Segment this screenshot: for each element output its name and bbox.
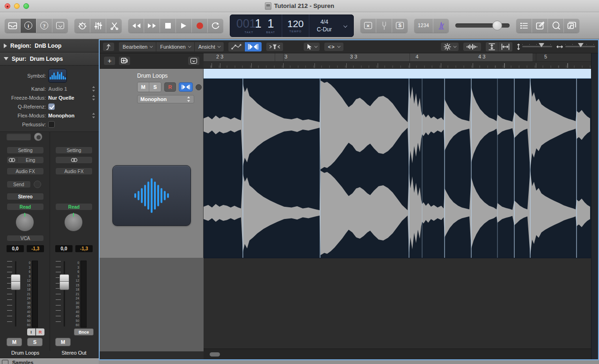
region-header-strip[interactable] [204,69,591,79]
vertical-zoom-slider[interactable] [522,46,552,47]
mute-button[interactable]: M [7,338,22,346]
pan-value[interactable]: -1,3 [75,245,93,252]
track-inspector-header[interactable]: Spur: Drum Loops [0,52,99,66]
volume-value[interactable]: 0,0 [7,245,24,252]
kanal-row[interactable]: Kanal: Audio 1 [0,84,99,93]
tuner-button[interactable] [376,19,392,33]
track-solo-button[interactable]: S [149,82,161,92]
track-header[interactable]: Drum Loops M S R Monophon [100,69,204,258]
slider-thumb[interactable] [539,43,544,47]
bar-ruler[interactable]: 2 333 344 35 [204,53,591,69]
waveform-display[interactable] [204,79,591,258]
catch-playhead-button[interactable] [266,42,284,51]
list-editors-button[interactable] [516,19,532,33]
input-button[interactable]: Eing [7,156,44,164]
region-inspector-header[interactable]: Region: DnB Loop [0,39,99,52]
send-knob[interactable] [34,181,41,188]
scrollbar-thumb[interactable] [210,352,220,357]
stepper-icon[interactable] [92,86,96,92]
automation-mode-button[interactable]: Read [7,203,44,211]
setting-button[interactable]: Setting [7,146,44,154]
apple-loops-button[interactable] [548,19,563,33]
horizontal-scrollbar[interactable] [204,349,591,359]
cycle-button[interactable] [208,19,223,33]
slider-thumb[interactable] [578,43,584,47]
inspector-button[interactable]: i [21,19,36,33]
flex-button[interactable] [245,42,262,51]
automation-button[interactable] [228,42,245,51]
master-volume-slider[interactable] [455,23,510,28]
setting-button[interactable]: Setting [55,146,93,154]
menu-funktionen[interactable]: Funktionen [156,42,194,51]
hierarchy-up-button[interactable] [102,42,115,51]
stepper-icon[interactable] [92,95,96,101]
volume-fader[interactable] [59,274,69,290]
menu-ansicht[interactable]: Ansicht [195,42,224,51]
add-track-button[interactable]: + [103,56,116,66]
vertical-zoom-button[interactable] [486,42,498,51]
library-button[interactable] [5,19,20,33]
stepper-icon[interactable] [92,113,96,118]
track-flex-button[interactable] [179,82,193,92]
lcd-display[interactable]: 0011 TAKT 1 BEAT 120 TEMPO 4/4 C-Dur [230,15,354,37]
rewind-button[interactable] [128,19,144,33]
track-record-button[interactable]: R [164,82,176,92]
horizontal-zoom-slider[interactable] [565,46,595,47]
flex-mode-popup[interactable]: Monophon [137,95,194,103]
pan-value[interactable]: -1,3 [27,245,44,252]
audio-fx-button[interactable]: Audio FX [55,167,93,175]
duplicate-track-button[interactable] [118,56,131,66]
mixer-button[interactable] [90,19,106,33]
media-browser-button[interactable] [564,19,579,33]
editors-button[interactable] [106,19,122,33]
audio-fx-button[interactable]: Audio FX [7,167,44,175]
toolbar-button[interactable] [52,19,68,33]
input-monitor-button[interactable]: I [27,328,36,335]
freeze-mode-row[interactable]: Freeze-Modus: Nur Quelle [0,93,99,102]
mute-button[interactable]: M [55,338,71,346]
record-enable-dot[interactable] [196,84,202,90]
automation-mode-button[interactable]: Read [55,203,93,211]
pan-knob[interactable] [64,213,83,232]
zoom-window-button[interactable] [23,3,29,9]
quick-help-button[interactable]: ? [37,19,52,33]
record-enable-button[interactable]: R [36,328,44,335]
track-mute-button[interactable]: M [138,82,149,92]
smart-controls-button[interactable] [74,19,90,33]
record-button[interactable] [192,19,207,33]
percussive-checkbox[interactable] [48,121,55,128]
volume-fader[interactable] [11,274,21,290]
replace-button[interactable]: × [360,19,376,33]
bounce-button[interactable]: Bnce [74,328,94,335]
count-in-button[interactable]: 1234 [414,19,433,33]
gear-menu-button[interactable] [440,42,459,51]
track-header-config-button[interactable] [188,56,200,66]
waveform-zoom-button[interactable] [463,42,482,51]
forward-button[interactable] [144,19,160,33]
pointer-tool-menu[interactable] [303,42,320,51]
close-window-button[interactable] [5,3,10,9]
send-button[interactable]: Send [7,181,31,188]
pan-knob[interactable] [15,213,34,232]
stereo-format-button[interactable] [55,156,93,164]
lcd-display-menu[interactable] [339,15,351,37]
track-icon-button[interactable] [48,69,67,83]
stop-button[interactable] [160,19,175,33]
secondary-tool-menu[interactable]: <> [324,42,344,51]
solo-mode-button[interactable]: S [392,19,408,33]
notes-button[interactable] [532,19,548,33]
vertical-scrollbar[interactable] [591,53,598,359]
solo-button[interactable]: S [27,338,43,346]
minimize-window-button[interactable] [14,3,20,9]
menu-bearbeiten[interactable]: Bearbeiten [119,42,156,51]
play-button[interactable] [176,19,191,33]
empty-lane-area[interactable] [204,258,591,349]
horizontal-zoom-button[interactable] [498,42,512,51]
vca-button[interactable]: VCA [7,235,44,241]
metronome-button[interactable] [433,19,449,33]
volume-slider-thumb[interactable] [492,21,502,30]
track-name[interactable]: Drum Loops [137,73,168,79]
q-reference-checkbox[interactable] [48,103,55,110]
output-format-button[interactable]: Stereo [7,193,44,200]
volume-value[interactable]: 0,0 [55,245,73,252]
